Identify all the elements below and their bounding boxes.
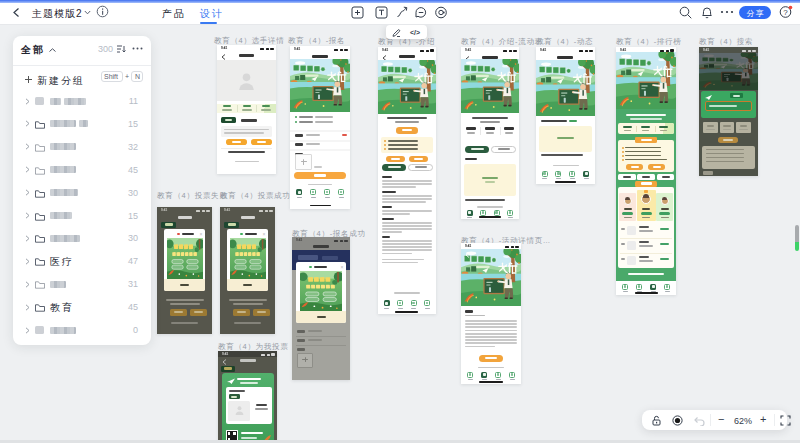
svg-text:?: ?: [783, 8, 788, 17]
